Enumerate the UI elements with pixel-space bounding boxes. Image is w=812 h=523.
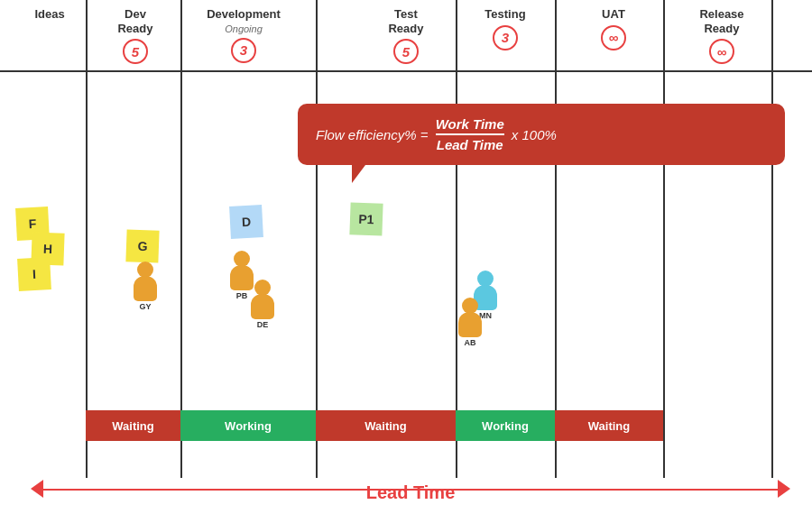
band-0: Waiting — [86, 410, 180, 441]
sticky-P1: P1 — [349, 202, 383, 235]
wip-badge: 3 — [493, 25, 518, 50]
band-2: Waiting — [316, 410, 456, 441]
col-label: Dev Ready — [117, 7, 152, 35]
sticky-I: I — [17, 257, 51, 291]
col-label: Development — [207, 7, 281, 22]
fraction-denominator: Lead Time — [437, 137, 503, 152]
lead-time-label: Lead Time — [366, 482, 456, 503]
flow-formula: Flow efficiency% = Work Time Lead Time x… — [316, 116, 767, 152]
col-header-dev-ready: Dev Ready5 — [95, 0, 176, 72]
wip-badge: 3 — [231, 38, 256, 63]
band-1: Working — [180, 410, 316, 441]
col-header-test-ready: Test Ready5 — [356, 0, 456, 72]
col-label: Ideas — [34, 7, 64, 22]
wip-badge: ∞ — [709, 39, 734, 64]
col-header-development: DevelopmentOngoing3 — [170, 0, 318, 72]
person-body — [458, 312, 482, 337]
lead-time-row: Lead Time — [36, 482, 785, 503]
kanban-board: IdeasDev Ready5DevelopmentOngoing3Test R… — [0, 0, 812, 523]
formula-prefix: Flow efficiency% = — [316, 127, 429, 142]
person-GY: GY — [134, 262, 157, 311]
wip-badge: 5 — [123, 39, 148, 64]
col-header-testing: Testing3 — [456, 0, 555, 72]
person-body — [134, 276, 157, 301]
work-lead-fraction: Work Time Lead Time — [436, 116, 504, 152]
person-body — [251, 294, 274, 319]
horizontal-divider — [0, 70, 812, 72]
flow-efficiency-box: Flow efficiency% = Work Time Lead Time x… — [298, 104, 785, 165]
person-label: AB — [465, 338, 476, 347]
formula-suffix: x 100% — [512, 127, 557, 142]
col-header-release-ready: Release Ready∞ — [677, 0, 767, 72]
person-label: PB — [236, 291, 248, 300]
person-DE: DE — [251, 280, 274, 329]
col-sublabel: Ongoing — [225, 23, 263, 34]
col-header-uat: UAT∞ — [568, 0, 659, 72]
wip-badge: 5 — [393, 39, 419, 64]
sticky-D: D — [229, 205, 263, 239]
col-label: Testing — [484, 7, 525, 22]
col-label: Test Ready — [388, 7, 423, 35]
fraction-numerator: Work Time — [436, 116, 504, 135]
col-label: Release Ready — [699, 7, 743, 35]
col-label: UAT — [602, 7, 625, 22]
col-header-ideas: Ideas — [7, 0, 93, 72]
person-AB: AB — [458, 298, 482, 347]
sticky-G: G — [125, 229, 159, 262]
band-4: Waiting — [555, 410, 663, 441]
wip-badge: ∞ — [601, 25, 626, 50]
person-label: GY — [139, 302, 151, 311]
band-3: Working — [456, 410, 555, 441]
person-label: DE — [257, 320, 269, 329]
